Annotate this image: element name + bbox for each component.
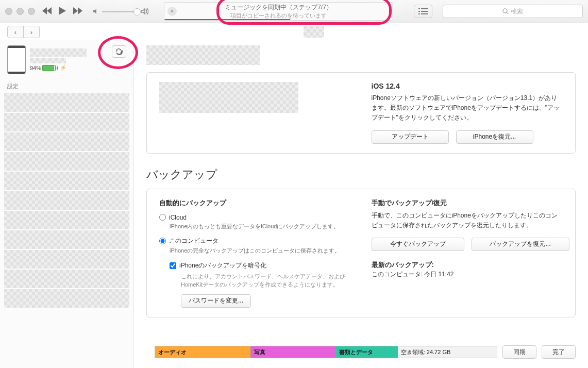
summary-panel: iOS 12.4 iPhoneソフトウェアの新しいバージョン（バージョン13.1…: [146, 72, 576, 154]
device-name-redacted: [30, 48, 87, 57]
content-header: [146, 45, 576, 65]
backup-heading: バックアップ: [146, 167, 576, 182]
window-controls[interactable]: [5, 8, 35, 15]
encrypt-desc: これにより、アカウントパスワード、ヘルスケアデータ、およびHomeKitデータの…: [181, 272, 351, 289]
icloud-radio-input[interactable]: [159, 214, 166, 221]
sidebar-item[interactable]: [4, 132, 129, 151]
sidebar-item[interactable]: [4, 172, 129, 190]
sidebar-item[interactable]: [4, 230, 129, 249]
storage-seg-free: 空き領域: 24.72 GB: [398, 346, 497, 358]
icloud-desc: iPhone内のもっとも重要なデータをiCloudにバックアップします。: [170, 222, 351, 231]
main-content: iOS 12.4 iPhoneソフトウェアの新しいバージョン（バージョン13.1…: [134, 40, 588, 368]
volume-slider[interactable]: [102, 11, 138, 12]
list-view-button[interactable]: [414, 5, 432, 18]
cancel-sync-icon[interactable]: ×: [167, 7, 177, 16]
update-button[interactable]: アップデート: [372, 130, 449, 144]
zoom-dot[interactable]: [28, 8, 35, 15]
charging-icon: ⚡: [60, 64, 67, 71]
change-password-button[interactable]: パスワードを変更...: [181, 294, 251, 308]
computer-radio[interactable]: このコンピュータ: [159, 237, 351, 245]
restore-backup-button[interactable]: バックアップを復元...: [472, 238, 569, 251]
sidebar-item[interactable]: [4, 211, 129, 229]
svg-point-0: [503, 9, 507, 13]
bottom-bar: オーディオ 写真 書類とデータ 空き領域: 24.72 GB 同期 完了: [155, 345, 576, 359]
computer-desc: iPhoneの完全なバックアップはこのコンピュータに保存されます。: [170, 246, 351, 255]
icloud-radio-label: iCloud: [169, 214, 187, 221]
prev-icon[interactable]: [42, 7, 52, 16]
backup-panel: 自動的にバックアップ iCloud iPhone内のもっとも重要なデータをiCl…: [146, 189, 576, 317]
encrypt-checkbox[interactable]: iPhoneのバックアップを暗号化: [170, 261, 351, 270]
storage-bar: オーディオ 写真 書類とデータ 空き領域: 24.72 GB: [155, 346, 497, 358]
ios-update-desc: iPhoneソフトウェアの新しいバージョン（バージョン13.1）があります。最新…: [372, 93, 563, 123]
sidebar-item[interactable]: [4, 152, 129, 171]
search-placeholder: 検索: [511, 7, 523, 16]
device-thumbnail-icon: [7, 45, 26, 74]
storage-seg-docs: 書類とデータ: [336, 346, 397, 358]
search-icon: [502, 8, 509, 14]
sync-icon: [115, 48, 123, 55]
next-icon[interactable]: [73, 7, 82, 16]
status-lcd: × ミュージックを同期中（ステップ7/7） 項目がコピーされるのを待っています: [164, 2, 393, 21]
sidebar-item[interactable]: [4, 289, 129, 308]
sync-status-subtitle: 項目がコピーされるのを待っています: [230, 12, 327, 20]
icloud-radio[interactable]: iCloud: [159, 214, 351, 221]
sidebar: 94% ⚡ 設定: [0, 40, 134, 368]
computer-radio-label: このコンピュータ: [169, 237, 219, 245]
encrypt-label: iPhoneのバックアップを暗号化: [179, 261, 266, 270]
volume-control[interactable]: [93, 8, 148, 14]
battery-status: 94% ⚡: [30, 64, 126, 71]
restore-iphone-button[interactable]: iPhoneを復元...: [456, 130, 533, 144]
sidebar-item[interactable]: [4, 270, 129, 288]
volume-high-icon: [141, 8, 148, 14]
done-button[interactable]: 完了: [542, 345, 576, 359]
latest-backup-title: 最新のバックアップ:: [372, 260, 563, 270]
nav-subbar: ‹ ›: [0, 23, 588, 41]
play-icon[interactable]: [59, 7, 66, 16]
volume-low-icon: [93, 8, 99, 14]
battery-percent: 94%: [30, 65, 41, 71]
sidebar-item[interactable]: [4, 93, 129, 112]
sync-device-button[interactable]: [112, 45, 126, 58]
sync-button[interactable]: 同期: [502, 345, 536, 359]
computer-radio-input[interactable]: [159, 238, 166, 244]
backup-now-button[interactable]: 今すぐバックアップ: [372, 238, 464, 251]
device-info-redacted: [159, 82, 298, 113]
settings-header: 設定: [0, 76, 133, 92]
encrypt-checkbox-input[interactable]: [170, 262, 176, 269]
auto-backup-title: 自動的にバックアップ: [159, 198, 351, 208]
manual-backup-desc: 手動で、このコンピュータにiPhoneをバックアップしたりこのコンピュータに保存…: [372, 211, 563, 230]
sync-status-title: ミュージックを同期中（ステップ7/7）: [225, 3, 332, 12]
device-title-redacted: [146, 45, 260, 65]
nav-back-button[interactable]: ‹: [7, 26, 24, 38]
battery-icon: [42, 65, 56, 71]
manual-backup-title: 手動でバックアップ/復元: [372, 198, 563, 208]
close-dot[interactable]: [5, 8, 12, 15]
sidebar-item[interactable]: [4, 250, 129, 269]
storage-seg-audio: オーディオ: [155, 346, 251, 358]
device-capacity-redacted: [30, 58, 66, 63]
sidebar-item[interactable]: [4, 113, 129, 131]
storage-seg-photos: 写真: [251, 346, 337, 358]
latest-backup-value: このコンピュータ: 今日 11:42: [372, 270, 563, 279]
playback-controls: [42, 7, 82, 16]
toolbar: × ミュージックを同期中（ステップ7/7） 項目がコピーされるのを待っています …: [0, 0, 588, 23]
search-field[interactable]: 検索: [443, 5, 583, 18]
nav-forward-button[interactable]: ›: [24, 26, 40, 38]
sync-progress-bar: [164, 19, 290, 20]
redacted: [304, 26, 324, 38]
ios-version-title: iOS 12.4: [372, 82, 563, 90]
subbar-center: [40, 26, 588, 38]
sidebar-item[interactable]: [4, 191, 129, 210]
minimize-dot[interactable]: [16, 8, 24, 15]
